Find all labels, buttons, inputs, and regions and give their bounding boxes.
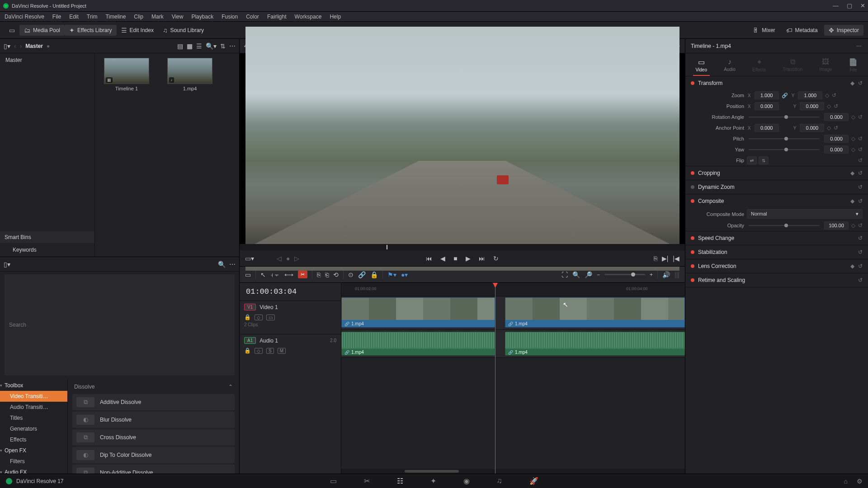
blade-tool-icon[interactable]: ✂ — [298, 271, 307, 278]
tab-video[interactable]: ▭Video — [693, 56, 710, 76]
keyframe-icon[interactable]: ◇ — [827, 103, 831, 109]
pitch-input[interactable] — [824, 135, 849, 143]
keywords-bin[interactable]: Keywords — [0, 243, 94, 257]
sort-icon[interactable]: ⇅ — [220, 42, 226, 50]
page-media[interactable]: ▭ — [330, 477, 337, 485]
keyframe-icon[interactable]: ◆ — [850, 198, 854, 204]
keyframe-icon[interactable]: ◆ — [850, 170, 854, 176]
loop-icon[interactable]: ↻ — [493, 255, 499, 262]
page-color[interactable]: ◉ — [463, 477, 470, 485]
edit-index-button[interactable]: ☰ Edit Index — [117, 25, 158, 36]
page-edit[interactable]: ☷ — [397, 477, 403, 485]
menu-item[interactable]: Fairlight — [267, 14, 287, 20]
reset-icon[interactable]: ↺ — [858, 146, 863, 153]
timeline-scrollbar[interactable] — [341, 469, 685, 474]
out-point-icon[interactable]: |◀ — [673, 255, 679, 262]
menu-item[interactable]: File — [52, 14, 61, 20]
options-icon[interactable]: ⋯ — [229, 261, 236, 268]
step-back-icon[interactable]: ◀ — [440, 255, 445, 262]
pitch-slider[interactable] — [749, 138, 820, 139]
menu-item[interactable]: Playback — [191, 14, 213, 20]
video-clip[interactable]: 1.mp4 — [341, 297, 495, 328]
audio-clip[interactable]: 1.mp4 — [341, 332, 495, 356]
prev-edit-icon[interactable]: ◁ — [277, 255, 282, 262]
solo-icon[interactable]: S — [266, 348, 274, 354]
opacity-slider[interactable] — [749, 225, 820, 226]
view-metadata-icon[interactable]: ▤ — [177, 42, 183, 50]
rotation-input[interactable] — [824, 113, 849, 121]
menu-item[interactable]: Color — [246, 14, 259, 20]
settings-icon[interactable]: ⚙ — [857, 478, 863, 485]
audio-level-icon[interactable]: ||| — [675, 271, 679, 278]
play-icon[interactable]: ▶ — [466, 255, 471, 262]
bin-view-icon[interactable]: ▯▾ — [4, 42, 10, 50]
pos-x-input[interactable] — [755, 102, 779, 110]
zoom-fit-icon[interactable]: ⛶ — [561, 271, 568, 278]
zoom-out-icon[interactable]: − — [597, 272, 600, 278]
options-icon[interactable]: ⋯ — [229, 42, 236, 50]
options-icon[interactable]: ⋯ — [856, 43, 863, 49]
tree-effects[interactable]: Effects — [0, 434, 67, 445]
reset-icon[interactable]: ↺ — [858, 170, 863, 176]
pos-y-input[interactable] — [800, 102, 824, 110]
reset-icon[interactable]: ↺ — [858, 277, 863, 283]
master-bin[interactable]: Master — [0, 53, 94, 67]
sound-library-button[interactable]: ♫ Sound Library — [158, 25, 208, 36]
timeline-ruler[interactable]: 01:00:02:00 01:00:04:00 — [341, 283, 685, 296]
zoom-in-icon[interactable]: + — [650, 272, 653, 278]
enable-dot-icon[interactable] — [691, 199, 694, 203]
enable-dot-icon[interactable] — [691, 236, 694, 240]
mixer-button[interactable]: 🎚Mixer — [748, 25, 779, 36]
audio-meter-icon[interactable]: 🔊 — [662, 271, 670, 278]
reset-icon[interactable]: ↺ — [858, 157, 863, 164]
flip-v-button[interactable]: ⇅ — [759, 156, 769, 164]
reset-icon[interactable]: ↺ — [858, 235, 863, 241]
metadata-button[interactable]: 🏷Metadata — [782, 25, 822, 36]
menu-item[interactable]: Clip — [134, 14, 143, 20]
tree-openfx[interactable]: Open FX — [0, 445, 67, 456]
reset-icon[interactable]: ↺ — [858, 80, 863, 86]
tab-transition[interactable]: ⧉Transition — [780, 56, 806, 76]
zoom-slider[interactable] — [604, 274, 645, 275]
anchor-x-input[interactable] — [755, 124, 779, 132]
close-icon[interactable]: ✕ — [860, 2, 865, 9]
audio-track[interactable]: 1.mp4 1.mp4 — [341, 330, 685, 358]
lock-icon[interactable]: 🔒 — [370, 271, 378, 278]
nav-back-icon[interactable]: ‹ — [14, 42, 16, 50]
yaw-input[interactable] — [824, 145, 849, 154]
fx-group-dissolve[interactable]: Dissolve⌃ — [72, 381, 235, 393]
lock-icon[interactable]: 🔒 — [244, 347, 251, 354]
mini-scrubber[interactable] — [240, 244, 685, 250]
view-list-icon[interactable]: ☰ — [196, 42, 202, 50]
enable-dot-icon[interactable] — [691, 278, 694, 282]
stop-icon[interactable]: ■ — [453, 255, 457, 262]
search-icon[interactable]: 🔍 — [218, 261, 226, 268]
dynamic-trim-icon[interactable]: ⟷ — [284, 271, 293, 278]
reset-icon[interactable]: ↺ — [858, 184, 863, 190]
tree-audiofx[interactable]: Audio FX — [0, 467, 67, 474]
tree-video-transitions[interactable]: Video Transiti… — [0, 391, 67, 402]
tab-image[interactable]: 🖼Image — [816, 56, 835, 76]
auto-select-icon[interactable]: ◇ — [255, 314, 263, 320]
fx-additive-dissolve[interactable]: ⧉Additive Dissolve — [72, 394, 235, 410]
overlay-icon[interactable]: ▭▾ — [245, 255, 254, 262]
tab-audio[interactable]: ♪Audio — [721, 56, 738, 76]
fx-dip-to-color[interactable]: ◐Dip To Color Dissolve — [72, 447, 235, 463]
trim-tool-icon[interactable]: ⫞⫟ — [270, 271, 280, 278]
section-cropping[interactable]: Cropping◆↺ — [685, 166, 868, 180]
section-transform[interactable]: Transform ◆↺ — [685, 76, 868, 90]
fx-cross-dissolve[interactable]: ⧉Cross Dissolve — [72, 429, 235, 446]
fx-panel-icon[interactable]: ▯▾ — [4, 261, 10, 268]
view-thumb-icon[interactable]: ▦ — [187, 42, 193, 50]
zoom-x-input[interactable] — [755, 91, 779, 99]
match-frame-icon[interactable]: ⎘ — [654, 255, 657, 262]
enable-dot-icon[interactable] — [691, 185, 694, 189]
flip-h-button[interactable]: ⇄ — [747, 156, 757, 164]
video-clip[interactable]: 1.mp4 — [505, 297, 685, 328]
home-icon[interactable]: ⌂ — [844, 478, 848, 485]
next-edit-icon[interactable]: ▷ — [294, 255, 299, 262]
keyframe-icon[interactable]: ◆ — [850, 263, 854, 269]
go-end-icon[interactable]: ⏭ — [479, 255, 485, 262]
fx-non-additive[interactable]: ⧉Non-Additive Dissolve — [72, 465, 235, 474]
disable-video-icon[interactable]: ▭ — [266, 314, 275, 320]
